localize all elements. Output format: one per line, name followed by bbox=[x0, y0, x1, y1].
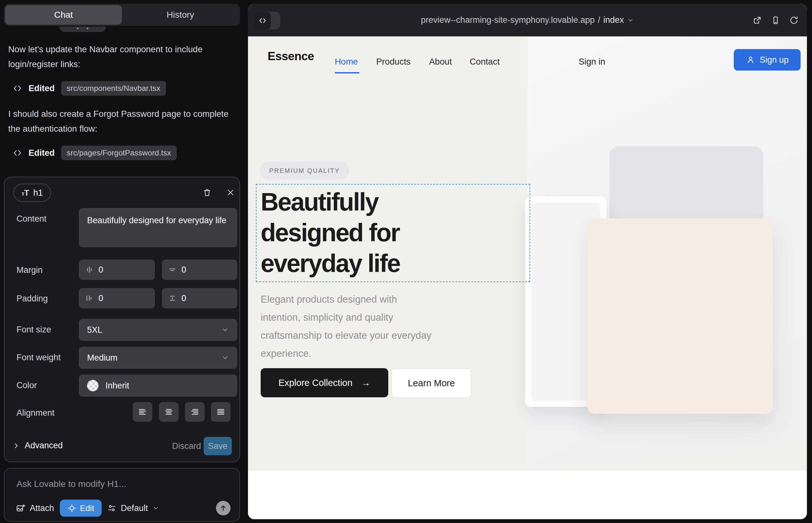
chevron-down-icon bbox=[627, 17, 634, 24]
align-right-button[interactable] bbox=[185, 402, 205, 422]
chat-message: Now let's update the Navbar component to… bbox=[8, 42, 233, 72]
edited-label: Edited bbox=[29, 84, 55, 93]
browser-chrome-bar: preview--charming-site-symphony.lovable.… bbox=[248, 4, 807, 36]
margin-horizontal-icon bbox=[85, 266, 93, 274]
padding-horizontal-icon bbox=[85, 294, 93, 302]
chat-history-tabs: Chat History bbox=[4, 4, 240, 26]
url-bar[interactable]: preview--charming-site-symphony.lovable.… bbox=[248, 4, 807, 36]
preview-browser-frame: preview--charming-site-symphony.lovable.… bbox=[248, 4, 807, 519]
delete-element-button[interactable] bbox=[200, 185, 214, 199]
align-center-button[interactable] bbox=[159, 402, 179, 422]
user-icon bbox=[746, 55, 755, 65]
chat-composer: Ask Lovable to modify H1... Attach Edit … bbox=[4, 468, 240, 522]
clipped-scrolled-button[interactable] bbox=[59, 26, 106, 32]
refresh-icon[interactable] bbox=[789, 16, 799, 25]
alignment-label: Alignment bbox=[16, 408, 54, 418]
edit-mode-button[interactable]: Edit bbox=[60, 500, 102, 517]
element-editor-panel: тT h1 Content Beautifully designed for e… bbox=[4, 177, 240, 462]
margin-y-input[interactable]: 0 bbox=[162, 259, 237, 280]
attach-image-icon bbox=[16, 503, 25, 513]
close-panel-icon[interactable] bbox=[224, 185, 237, 199]
open-external-icon[interactable] bbox=[753, 16, 762, 25]
font-weight-select[interactable]: Medium bbox=[79, 347, 237, 369]
margin-x-input[interactable]: 0 bbox=[79, 259, 155, 280]
premium-quality-badge: PREMIUM QUALITY bbox=[260, 161, 349, 180]
edited-label: Edited bbox=[29, 148, 55, 158]
arrow-right-icon: → bbox=[361, 378, 371, 388]
hero-paragraph: Elegant products designed with intention… bbox=[261, 290, 433, 362]
send-button[interactable] bbox=[216, 501, 231, 516]
nav-products[interactable]: Products bbox=[376, 57, 411, 67]
tab-chat[interactable]: Chat bbox=[5, 5, 122, 25]
margin-label: Margin bbox=[16, 265, 43, 275]
model-default-dropdown[interactable]: Default bbox=[107, 503, 159, 513]
learn-more-button[interactable]: Learn More bbox=[391, 368, 472, 398]
padding-label: Padding bbox=[16, 294, 48, 304]
preview-url: preview--charming-site-symphony.lovable.… bbox=[421, 15, 595, 25]
tab-history[interactable]: History bbox=[122, 5, 239, 25]
target-icon bbox=[68, 504, 76, 512]
nav-active-underline bbox=[335, 72, 359, 73]
element-tag-name: h1 bbox=[33, 188, 43, 198]
site-logo[interactable]: Essence bbox=[268, 50, 314, 63]
selected-element-outline bbox=[256, 184, 530, 282]
content-label: Content bbox=[16, 214, 47, 224]
chat-message: I should also create a Forgot Password p… bbox=[8, 106, 233, 136]
explore-collection-button[interactable]: Explore Collection → bbox=[261, 368, 388, 397]
composer-input[interactable]: Ask Lovable to modify H1... bbox=[16, 479, 126, 489]
chevron-down-icon bbox=[152, 505, 159, 511]
align-left-button[interactable] bbox=[133, 402, 152, 422]
app-window: Chat History Now let's update the Navbar… bbox=[0, 0, 812, 523]
advanced-toggle[interactable]: Advanced bbox=[13, 441, 63, 451]
align-justify-button[interactable] bbox=[211, 402, 231, 422]
font-weight-label: Font weight bbox=[16, 353, 61, 362]
edited-file-row: Edited src/pages/ForgotPassword.tsx bbox=[13, 146, 177, 160]
save-button[interactable]: Save bbox=[204, 437, 232, 455]
padding-y-input[interactable]: 0 bbox=[162, 288, 237, 308]
sign-up-button[interactable]: Sign up bbox=[734, 49, 800, 71]
font-size-select[interactable]: 5XL bbox=[79, 319, 237, 341]
code-icon bbox=[13, 148, 22, 158]
nav-contact[interactable]: Contact bbox=[470, 57, 500, 67]
padding-x-input[interactable]: 0 bbox=[79, 288, 155, 308]
nav-about[interactable]: About bbox=[429, 57, 452, 67]
chevron-down-icon bbox=[222, 326, 229, 334]
chevron-right-icon bbox=[13, 442, 20, 449]
nav-home[interactable]: Home bbox=[335, 57, 358, 67]
attach-button[interactable]: Attach bbox=[16, 503, 54, 513]
edited-file-row: Edited src/components/Navbar.tsx bbox=[13, 81, 166, 96]
color-swatch-transparent bbox=[87, 380, 99, 391]
text-type-icon: тT bbox=[21, 188, 29, 198]
discard-button[interactable]: Discard bbox=[169, 437, 204, 455]
code-icon bbox=[13, 84, 22, 93]
mobile-view-icon[interactable] bbox=[771, 16, 780, 25]
product-image-placeholder-front bbox=[587, 218, 773, 414]
element-tag-badge: тT h1 bbox=[13, 184, 51, 202]
sign-in-link[interactable]: Sign in bbox=[579, 57, 605, 67]
file-chip[interactable]: src/pages/ForgotPassword.tsx bbox=[61, 146, 177, 160]
padding-vertical-icon bbox=[168, 294, 176, 302]
sliders-icon bbox=[107, 504, 116, 512]
file-chip[interactable]: src/components/Navbar.tsx bbox=[61, 81, 166, 96]
margin-vertical-icon bbox=[168, 266, 176, 274]
chevron-down-icon bbox=[222, 354, 229, 362]
hero-section: Essence Home Products About Contact Sign… bbox=[248, 36, 807, 471]
preview-page: Essence Home Products About Contact Sign… bbox=[248, 36, 807, 519]
color-select[interactable]: Inherit bbox=[79, 375, 237, 397]
color-label: Color bbox=[16, 381, 37, 390]
page-name: index bbox=[603, 15, 624, 25]
content-input[interactable]: Beautifully designed for everyday life bbox=[79, 208, 237, 247]
font-size-label: Font size bbox=[16, 325, 51, 335]
